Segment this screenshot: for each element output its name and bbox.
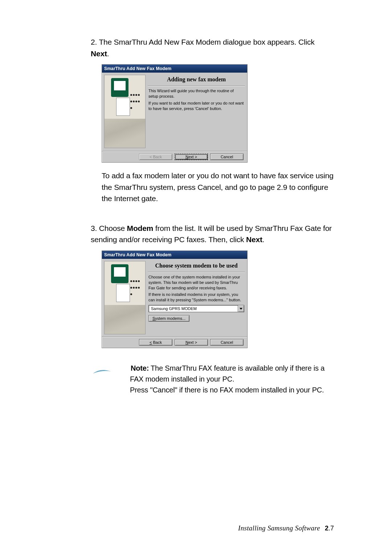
- step-text: The SmarThru Add New Fax Modem dialogue …: [99, 38, 314, 46]
- back-button[interactable]: < Back: [139, 154, 172, 160]
- separator: [148, 272, 245, 272]
- cancel-button[interactable]: Cancel: [210, 154, 244, 160]
- section-name: Installing Samsung Software: [238, 524, 320, 532]
- content-column: 2. The SmarThru Add New Fax Modem dialog…: [91, 36, 334, 395]
- next-button[interactable]: Next >: [175, 154, 208, 160]
- dialog-right-pane: Choose system modem to be used Choose on…: [148, 261, 245, 334]
- dialog-paragraph: This Wizard will guide you through the r…: [148, 88, 244, 99]
- dialog-title: SmarThru Add New Fax Modem: [102, 251, 247, 259]
- wizard-image: [104, 261, 146, 334]
- step-2: 2. The SmarThru Add New Fax Modem dialog…: [91, 36, 334, 59]
- chevron-down-icon[interactable]: [238, 305, 244, 312]
- combo-value: Samsung GPRS MODEM: [149, 305, 238, 312]
- step-number: 3.: [91, 224, 97, 232]
- dialog-paragraph: Choose one of the system modems installe…: [148, 274, 244, 291]
- cancel-button[interactable]: Cancel: [210, 339, 244, 346]
- system-modems-button[interactable]: System modems...: [148, 315, 189, 322]
- dialog-right-pane: Adding new fax modem This Wizard will gu…: [148, 75, 245, 149]
- paragraph: To add a fax modem later or you do not w…: [102, 170, 334, 204]
- emphasis-next: Next: [246, 235, 262, 244]
- step-text-tail: .: [107, 49, 109, 58]
- chapter-number: 2: [325, 525, 328, 532]
- dialog-heading: Adding new fax modem: [148, 76, 245, 83]
- dialog-add-fax-modem-2: SmarThru Add New Fax Modem Choose system…: [102, 250, 248, 348]
- note-block: Note: The SmarThru FAX feature is availa…: [91, 363, 334, 395]
- page: 2. The SmarThru Add New Fax Modem dialog…: [0, 0, 392, 554]
- wizard-image: [104, 75, 146, 148]
- dialog-button-row: < Back Next > Cancel: [102, 337, 247, 348]
- dialog-button-row: < Back Next > Cancel: [102, 151, 247, 162]
- dialog-body: Adding new fax modem This Wizard will gu…: [102, 73, 247, 151]
- step-number: 2.: [91, 38, 97, 46]
- step-text: Choose: [99, 224, 127, 232]
- dialog-body: Choose system modem to be used Choose on…: [102, 259, 247, 337]
- next-button[interactable]: Next >: [175, 339, 208, 346]
- dialog-heading: Choose system modem to be used: [148, 262, 245, 269]
- dialog-title: SmarThru Add New Fax Modem: [102, 65, 247, 73]
- note-label: Note:: [131, 364, 149, 372]
- note-text-line2: Press "Cancel" if there is no FAX modem …: [91, 384, 334, 395]
- step-text-tail: .: [262, 235, 265, 244]
- back-button[interactable]: < Back: [139, 339, 172, 346]
- note-swoosh-icon: [111, 366, 131, 371]
- step-3: 3. Choose Modem from the list. It will b…: [91, 223, 334, 245]
- page-number: .7: [328, 525, 334, 532]
- dialog-paragraph: If there is no installed modems in your …: [148, 292, 244, 303]
- separator: [148, 86, 245, 86]
- emphasis-modem: Modem: [127, 224, 154, 232]
- dialog-add-fax-modem-1: SmarThru Add New Fax Modem Adding new fa…: [102, 64, 248, 163]
- note-text: The SmarThru FAX feature is available on…: [130, 364, 324, 383]
- page-footer: Installing Samsung Software 2.7: [238, 524, 334, 532]
- emphasis-next: Next: [91, 49, 107, 58]
- modem-combobox[interactable]: Samsung GPRS MODEM: [148, 305, 244, 312]
- dialog-paragraph: If you want to add fax modem later or yo…: [148, 101, 244, 111]
